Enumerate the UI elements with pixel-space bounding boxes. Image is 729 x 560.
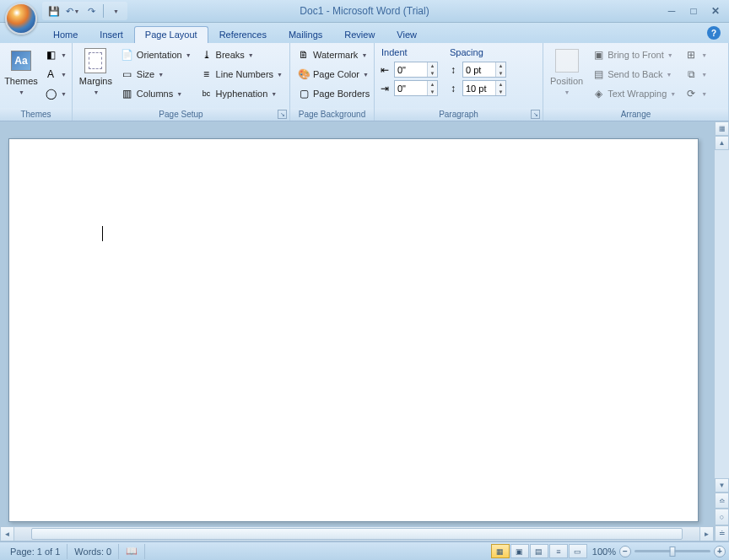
tab-home[interactable]: Home xyxy=(42,26,89,43)
indent-right-input[interactable] xyxy=(395,81,427,95)
horizontal-scrollbar[interactable]: ◄ ► xyxy=(0,526,714,541)
close-button[interactable]: ✕ xyxy=(707,4,724,18)
zoom-slider[interactable] xyxy=(634,550,710,552)
theme-effects-button[interactable]: ◯▼ xyxy=(40,84,70,103)
breaks-button[interactable]: ⤓Breaks▼ xyxy=(197,46,286,64)
chevron-down-icon: ▼ xyxy=(19,89,24,95)
zoom-out-button[interactable]: − xyxy=(619,546,631,557)
web-layout-view[interactable]: ▤ xyxy=(530,544,548,558)
office-button[interactable] xyxy=(5,3,37,35)
indent-right-spinner[interactable]: ▲▼ xyxy=(394,80,438,96)
separator xyxy=(103,4,104,18)
scroll-left-button[interactable]: ◄ xyxy=(0,526,14,541)
rotate-button: ⟳▼ xyxy=(681,84,710,103)
indent-right-icon: ⇥ xyxy=(378,82,392,95)
help-button[interactable]: ? xyxy=(707,26,721,40)
margins-button[interactable]: Margins▼ xyxy=(76,46,116,100)
spin-up[interactable]: ▲ xyxy=(496,62,505,70)
paragraph-launcher[interactable]: ↘ xyxy=(531,110,540,119)
zoom-level[interactable]: 100% xyxy=(592,547,616,557)
spacing-after-input[interactable] xyxy=(463,81,495,95)
chevron-down-icon: ▼ xyxy=(186,52,192,58)
size-button[interactable]: ▭Size▼ xyxy=(117,65,195,83)
text-wrapping-icon: ◈ xyxy=(591,87,605,100)
print-layout-view[interactable]: ▦ xyxy=(491,544,510,558)
bring-front-icon: ▣ xyxy=(591,48,605,62)
tab-page-layout[interactable]: Page Layout xyxy=(134,26,208,43)
window-controls: ─ □ ✕ xyxy=(663,4,724,18)
watermark-button[interactable]: 🗎Watermark▼ xyxy=(294,46,373,64)
chevron-down-icon: ▼ xyxy=(74,8,80,14)
next-page-button[interactable]: ≐ xyxy=(715,525,729,541)
browse-object-button[interactable]: ○ xyxy=(715,509,729,525)
outline-view[interactable]: ≡ xyxy=(549,544,568,558)
page-setup-launcher[interactable]: ↘ xyxy=(278,110,287,119)
chevron-down-icon: ▼ xyxy=(176,91,182,97)
spin-up[interactable]: ▲ xyxy=(428,62,437,70)
vertical-scrollbar[interactable]: ▦ ▲ ▼ ≏ ○ ≐ xyxy=(714,121,729,541)
group-themes: Aa Themes▼ ◧▼ A▼ ◯▼ Themes xyxy=(0,43,73,121)
page-color-button[interactable]: 🎨Page Color▼ xyxy=(294,65,373,83)
hyphenation-button[interactable]: bcHyphenation▼ xyxy=(197,84,286,103)
undo-button[interactable]: ↶▼ xyxy=(64,3,81,19)
hscroll-thumb[interactable] xyxy=(31,528,683,540)
minimize-button[interactable]: ─ xyxy=(663,4,680,18)
chevron-down-icon: ▼ xyxy=(701,91,707,97)
prev-page-button[interactable]: ≏ xyxy=(715,493,729,509)
save-button[interactable]: 💾 xyxy=(46,3,62,19)
spacing-before-input[interactable] xyxy=(463,62,495,77)
full-screen-view[interactable]: ▣ xyxy=(510,544,529,558)
themes-button[interactable]: Aa Themes▼ xyxy=(3,46,39,100)
spin-up[interactable]: ▲ xyxy=(428,81,437,89)
tab-view[interactable]: View xyxy=(386,26,428,43)
ruler-toggle[interactable]: ▦ xyxy=(715,121,729,136)
qat-customize[interactable]: ▼ xyxy=(107,3,124,19)
undo-icon: ↶ xyxy=(66,6,73,17)
document-page[interactable] xyxy=(8,138,699,522)
spin-down[interactable]: ▼ xyxy=(428,89,437,96)
tab-review[interactable]: Review xyxy=(333,26,386,43)
spin-up[interactable]: ▲ xyxy=(496,81,505,89)
spacing-before-icon: ↕ xyxy=(446,63,460,77)
align-icon: ⊞ xyxy=(684,48,698,62)
vscroll-track[interactable] xyxy=(715,150,729,478)
colors-icon: ◧ xyxy=(44,48,57,62)
theme-fonts-button[interactable]: A▼ xyxy=(40,65,70,83)
indent-left-input[interactable] xyxy=(395,62,427,77)
spacing-after-spinner[interactable]: ▲▼ xyxy=(462,80,506,96)
watermark-label: Watermark xyxy=(313,50,358,60)
words-status[interactable]: Words: 0 xyxy=(68,544,119,559)
scroll-up-button[interactable]: ▲ xyxy=(715,136,729,150)
hscroll-track[interactable] xyxy=(14,526,699,541)
tab-mailings[interactable]: Mailings xyxy=(278,26,333,43)
proofing-status[interactable]: 📖 xyxy=(119,544,145,559)
redo-button[interactable]: ↷ xyxy=(83,3,100,19)
chevron-down-icon: ▼ xyxy=(61,72,67,78)
chevron-down-icon: ▼ xyxy=(564,89,570,95)
maximize-button[interactable]: □ xyxy=(685,4,702,18)
draft-view[interactable]: ▭ xyxy=(569,544,587,558)
theme-colors-button[interactable]: ◧▼ xyxy=(40,46,70,64)
spin-down[interactable]: ▼ xyxy=(428,70,437,78)
chevron-down-icon: ▼ xyxy=(158,72,164,78)
watermark-icon: 🗎 xyxy=(297,48,310,62)
scroll-down-button[interactable]: ▼ xyxy=(715,478,729,493)
chevron-down-icon: ▼ xyxy=(113,8,119,14)
tab-insert[interactable]: Insert xyxy=(89,26,134,43)
text-cursor xyxy=(102,226,103,241)
zoom-in-button[interactable]: + xyxy=(714,546,726,557)
themes-label: Themes xyxy=(4,76,38,86)
spin-down[interactable]: ▼ xyxy=(496,89,505,96)
scroll-right-button[interactable]: ► xyxy=(699,526,714,541)
spin-down[interactable]: ▼ xyxy=(496,70,505,78)
indent-left-spinner[interactable]: ▲▼ xyxy=(394,62,438,78)
effects-icon: ◯ xyxy=(44,87,57,100)
orientation-button[interactable]: 📄Orientation▼ xyxy=(117,46,195,64)
tab-references[interactable]: References xyxy=(208,26,278,43)
columns-button[interactable]: ▥Columns▼ xyxy=(117,84,195,103)
line-numbers-button[interactable]: ≡Line Numbers▼ xyxy=(197,65,286,83)
spacing-before-spinner[interactable]: ▲▼ xyxy=(462,62,506,78)
page-borders-button[interactable]: ▢Page Borders xyxy=(294,84,373,103)
zoom-slider-thumb[interactable] xyxy=(670,547,676,557)
page-status[interactable]: Page: 1 of 1 xyxy=(3,544,68,559)
